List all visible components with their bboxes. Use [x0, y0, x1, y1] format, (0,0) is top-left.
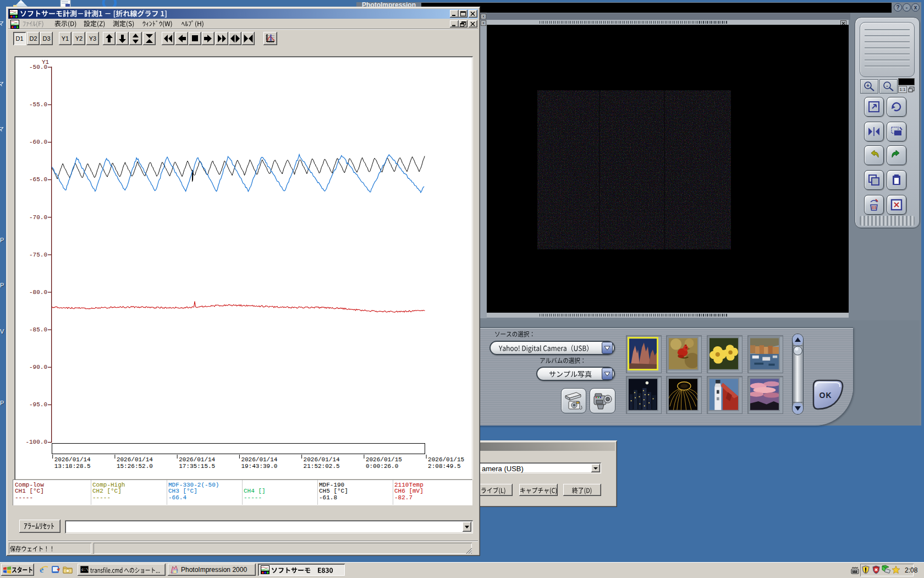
svg-text:OK: OK: [820, 391, 832, 400]
svg-text:c:\: c:\: [81, 568, 89, 572]
svg-text:+: +: [866, 83, 870, 89]
svg-text:-: -: [886, 83, 888, 89]
